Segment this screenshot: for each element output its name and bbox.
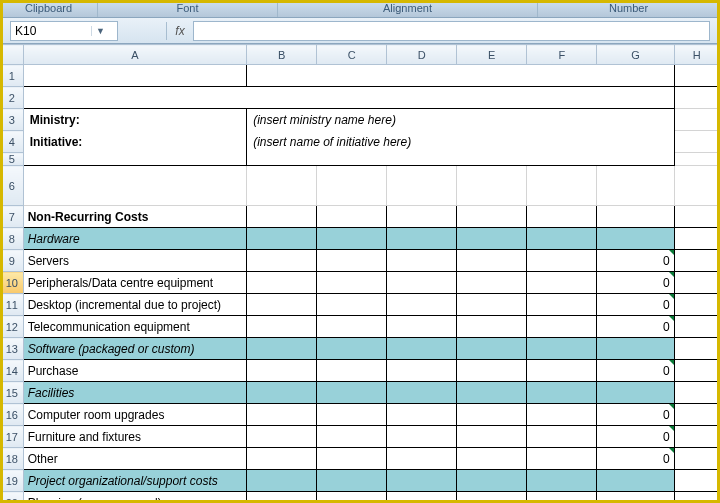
cell[interactable] [527,316,597,338]
spreadsheet[interactable]: ABCDEFGH 1 2 Cost Benefit Analysis Templ… [0,44,720,503]
row-header[interactable]: 11 [1,294,24,316]
cell[interactable] [674,272,719,294]
column-header[interactable]: D [387,45,457,65]
cell[interactable] [317,228,387,250]
cell[interactable] [317,272,387,294]
total-header[interactable]: Total ($000s) [597,166,674,206]
cell[interactable] [317,492,387,504]
cell[interactable] [527,448,597,470]
cell[interactable] [247,228,317,250]
cell[interactable] [387,206,457,228]
row-header[interactable]: 3 [1,109,24,131]
cell[interactable] [387,228,457,250]
cell[interactable] [527,338,597,360]
cell[interactable] [457,426,527,448]
row-header[interactable]: 5 [1,153,24,166]
row-header[interactable]: 20 [1,492,24,504]
cell[interactable] [674,228,719,250]
cell[interactable] [527,470,597,492]
cell-label[interactable]: Facilities [23,382,247,404]
cell[interactable] [527,404,597,426]
cell-total[interactable]: 0 [597,316,674,338]
cell[interactable] [387,294,457,316]
cell[interactable] [674,206,719,228]
row-header[interactable]: 17 [1,426,24,448]
cell[interactable] [527,360,597,382]
cell[interactable] [527,492,597,504]
cell[interactable] [317,426,387,448]
cell[interactable] [674,153,719,166]
cell[interactable] [387,470,457,492]
cell[interactable] [527,294,597,316]
column-header[interactable]: A [23,45,247,65]
cell[interactable] [674,360,719,382]
cell[interactable] [457,404,527,426]
year4-header[interactable]: Year 4 ($000s) [457,166,527,206]
row-header[interactable]: 19 [1,470,24,492]
row-header[interactable]: 12 [1,316,24,338]
cell-total[interactable]: 0 [597,272,674,294]
cell-total[interactable]: 0 [597,404,674,426]
cell[interactable] [247,272,317,294]
cell[interactable] [457,272,527,294]
cell[interactable] [317,360,387,382]
ministry-label[interactable]: Ministry: [23,109,247,131]
column-header[interactable]: E [457,45,527,65]
row-header[interactable]: 6 [1,166,24,206]
cell-label[interactable]: Software (packaged or custom) [23,338,247,360]
cell[interactable] [387,338,457,360]
year1-header[interactable]: Year 1 ($000s) [247,166,317,206]
cell[interactable] [247,316,317,338]
cell-total[interactable] [597,382,674,404]
row-header[interactable]: 4 [1,131,24,153]
row-header[interactable]: 8 [1,228,24,250]
column-header[interactable]: F [527,45,597,65]
cell[interactable] [247,206,317,228]
cell[interactable] [317,470,387,492]
initiative-value[interactable]: (insert name of initiative here) [247,131,674,153]
grid[interactable]: ABCDEFGH 1 2 Cost Benefit Analysis Templ… [0,44,720,503]
cell[interactable] [247,492,317,504]
row-header[interactable]: 15 [1,382,24,404]
row-header[interactable]: 18 [1,448,24,470]
year3-header[interactable]: Year 3 ($000s) [387,166,457,206]
cell[interactable] [674,65,719,87]
cell[interactable] [317,206,387,228]
cell[interactable] [674,316,719,338]
cell[interactable] [317,294,387,316]
select-all-cell[interactable] [1,45,24,65]
cell[interactable] [674,338,719,360]
row-header[interactable]: 1 [1,65,24,87]
cell[interactable] [457,338,527,360]
cell[interactable] [387,316,457,338]
cell[interactable] [457,492,527,504]
cell[interactable] [247,360,317,382]
cell[interactable] [247,153,674,166]
cell[interactable] [247,426,317,448]
cell[interactable] [527,206,597,228]
cell[interactable] [674,166,719,206]
cell[interactable] [387,360,457,382]
name-box-dropdown-icon[interactable]: ▼ [91,26,109,36]
cell-label[interactable]: Non-Recurring Costs [23,206,247,228]
row-header[interactable]: 9 [1,250,24,272]
cell-label[interactable]: Servers [23,250,247,272]
cell[interactable] [457,228,527,250]
cell[interactable] [247,294,317,316]
year2-header[interactable]: Year 2 ($000s) [317,166,387,206]
cell[interactable] [247,382,317,404]
cell-total[interactable] [597,206,674,228]
cell[interactable] [247,404,317,426]
cell[interactable] [457,250,527,272]
cell[interactable] [674,250,719,272]
cell[interactable] [527,426,597,448]
row-header[interactable]: 14 [1,360,24,382]
initiative-label[interactable]: Initiative: [23,131,247,153]
cell-total[interactable] [597,228,674,250]
cell[interactable] [387,492,457,504]
cell[interactable] [674,404,719,426]
cell[interactable] [247,470,317,492]
cell[interactable] [674,470,719,492]
cell[interactable] [527,228,597,250]
cell-total[interactable]: 0 [597,360,674,382]
